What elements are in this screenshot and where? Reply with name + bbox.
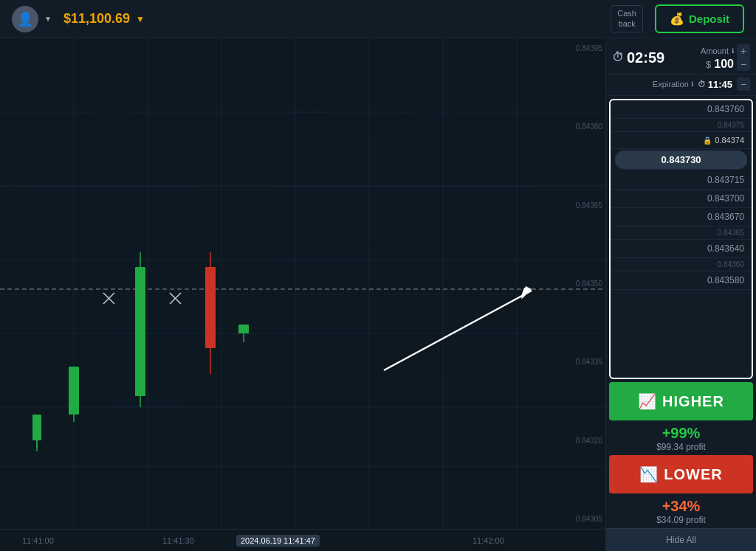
time-axis: 11:41:00 11:41:30 2024.06.19 11:41:47 11… (0, 529, 605, 551)
lower-label: LOWER (664, 466, 722, 483)
timer-icon: ⏱ (612, 51, 624, 64)
price-scale: 0.84395 0.84380 0.84365 0.84350 0.84335 … (561, 38, 605, 529)
amount-label-row: Amount ℹ + (701, 44, 750, 58)
svg-rect-35 (205, 267, 216, 348)
svg-line-40 (384, 291, 532, 370)
higher-profit-amount: $99.34 profit (612, 442, 750, 452)
higher-profit-pct: +99% (612, 425, 750, 442)
price-item-current: 🔒 0.84374 (611, 132, 752, 149)
timer-value: 02:59 (627, 49, 664, 66)
expiration-minus-button[interactable]: − (737, 77, 750, 91)
price-item-scale-1: 0.84375 (611, 119, 752, 132)
amount-value: 100 (714, 58, 734, 71)
price-item-highlighted[interactable]: 0.843730 (615, 150, 747, 170)
price-item-4[interactable]: 0.843700 (611, 190, 752, 208)
price-scale-label-6: 0.84320 (564, 437, 602, 445)
price-item-scale-3: 0.84360 (611, 258, 752, 271)
time-label-2: 11:41:30 (162, 536, 194, 545)
svg-rect-22 (32, 415, 41, 440)
higher-chart-icon: 📈 (638, 392, 656, 410)
lower-profit-pct: +34% (612, 498, 750, 515)
price-item-1[interactable]: 0.843760 (611, 100, 752, 119)
avatar[interactable]: 👤 (12, 6, 38, 32)
expiration-clock-icon: ⏱ (698, 80, 706, 89)
amount-plus-button[interactable]: + (737, 44, 750, 58)
lower-chart-icon: 📉 (639, 465, 658, 483)
price-item-6[interactable]: 0.843640 (611, 240, 752, 258)
higher-label: HIGHER (662, 393, 724, 410)
price-scale-label-4: 0.84350 (564, 280, 602, 288)
price-scale-label-7: 0.84305 (564, 515, 602, 523)
deposit-button[interactable]: 💰 Deposit (655, 4, 744, 33)
right-panel: ⏱ 02:59 Amount ℹ + $ 100 − Expiration ℹ … (605, 38, 756, 551)
time-label-1: 11:41:00 (22, 536, 54, 545)
expiration-info-icon: ℹ (691, 80, 693, 88)
lower-profit-amount: $34.09 profit (612, 515, 750, 525)
price-item-5[interactable]: 0.843670 (611, 208, 752, 226)
price-scale-label-5: 0.84335 (564, 358, 602, 366)
lower-button[interactable]: 📉 LOWER (609, 455, 753, 493)
lower-profit-row: +34% $34.09 profit (606, 495, 756, 528)
cashback-button[interactable]: Cash back (611, 5, 643, 32)
higher-button[interactable]: 📈 HIGHER (609, 382, 753, 420)
price-item-7[interactable]: 0.843580 (611, 271, 752, 290)
user-info: 👤 ▼ $11,100.69 ▼ (12, 6, 145, 32)
amount-section: Amount ℹ + $ 100 − (701, 44, 750, 71)
price-ladder: 0.843760 0.84375 🔒 0.84374 0.843730 0.84… (609, 99, 753, 379)
lock-icon: 🔒 (703, 136, 712, 145)
header: 👤 ▼ $11,100.69 ▼ Cash back 💰 Deposit (0, 0, 756, 38)
amount-currency: $ (706, 59, 711, 70)
price-scale-label-1: 0.84395 (564, 44, 602, 52)
price-scale-label-3: 0.84365 (564, 201, 602, 209)
higher-profit-row: +99% $99.34 profit (606, 422, 756, 455)
expiration-value: ⏱ 11:45 (698, 79, 732, 90)
time-label-4: 11:42:00 (472, 536, 504, 545)
amount-info-icon: ℹ (732, 47, 734, 55)
amount-value-row: $ 100 − (706, 58, 750, 71)
timer-display: ⏱ 02:59 (612, 49, 664, 66)
expiration-label: Expiration ℹ (653, 80, 693, 89)
chart-svg (0, 38, 605, 551)
price-scale-label-2: 0.84380 (564, 122, 602, 131)
price-item-3[interactable]: 0.843715 (611, 171, 752, 190)
avatar-chevron-icon: ▼ (44, 15, 52, 23)
time-label-current: 2024.06.19 11:41:47 (236, 535, 320, 547)
timer-amount-row: ⏱ 02:59 Amount ℹ + $ 100 − (606, 38, 756, 74)
hide-all-button[interactable]: Hide All (606, 528, 756, 551)
balance-display: $11,100.69 (63, 11, 130, 27)
svg-rect-25 (69, 367, 79, 415)
price-item-scale-2: 0.84365 (611, 226, 752, 240)
amount-label: Amount (701, 46, 729, 55)
chart-area: 11:41:00 11:41:30 2024.06.19 11:41:47 11… (0, 38, 605, 551)
expiration-row: Expiration ℹ ⏱ 11:45 − (606, 74, 756, 96)
balance-chevron-icon: ▼ (136, 14, 145, 24)
amount-minus-button[interactable]: − (737, 58, 750, 71)
svg-rect-38 (238, 325, 249, 333)
deposit-icon: 💰 (670, 12, 684, 26)
svg-rect-30 (135, 267, 145, 396)
